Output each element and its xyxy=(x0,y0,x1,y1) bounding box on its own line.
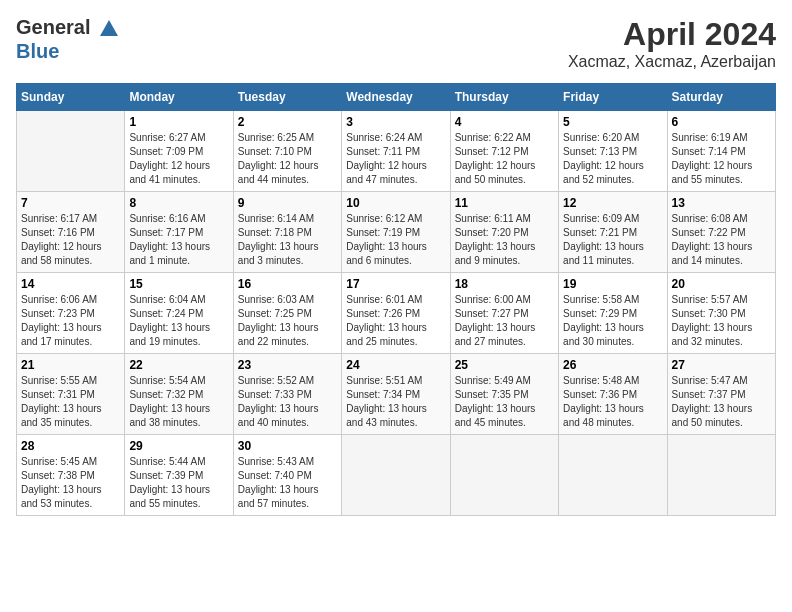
calendar-cell: 17Sunrise: 6:01 AMSunset: 7:26 PMDayligh… xyxy=(342,273,450,354)
calendar-cell: 19Sunrise: 5:58 AMSunset: 7:29 PMDayligh… xyxy=(559,273,667,354)
day-number: 27 xyxy=(672,358,771,372)
day-info: Sunrise: 6:16 AMSunset: 7:17 PMDaylight:… xyxy=(129,212,228,268)
calendar-cell: 4Sunrise: 6:22 AMSunset: 7:12 PMDaylight… xyxy=(450,111,558,192)
day-info: Sunrise: 5:57 AMSunset: 7:30 PMDaylight:… xyxy=(672,293,771,349)
calendar-cell: 23Sunrise: 5:52 AMSunset: 7:33 PMDayligh… xyxy=(233,354,341,435)
calendar-cell: 21Sunrise: 5:55 AMSunset: 7:31 PMDayligh… xyxy=(17,354,125,435)
day-info: Sunrise: 6:27 AMSunset: 7:09 PMDaylight:… xyxy=(129,131,228,187)
calendar-cell: 12Sunrise: 6:09 AMSunset: 7:21 PMDayligh… xyxy=(559,192,667,273)
calendar-cell: 3Sunrise: 6:24 AMSunset: 7:11 PMDaylight… xyxy=(342,111,450,192)
day-number: 21 xyxy=(21,358,120,372)
day-number: 7 xyxy=(21,196,120,210)
calendar-week-row: 28Sunrise: 5:45 AMSunset: 7:38 PMDayligh… xyxy=(17,435,776,516)
calendar-cell xyxy=(667,435,775,516)
day-number: 9 xyxy=(238,196,337,210)
day-info: Sunrise: 6:12 AMSunset: 7:19 PMDaylight:… xyxy=(346,212,445,268)
calendar-cell: 24Sunrise: 5:51 AMSunset: 7:34 PMDayligh… xyxy=(342,354,450,435)
day-info: Sunrise: 6:00 AMSunset: 7:27 PMDaylight:… xyxy=(455,293,554,349)
day-number: 17 xyxy=(346,277,445,291)
day-info: Sunrise: 6:25 AMSunset: 7:10 PMDaylight:… xyxy=(238,131,337,187)
calendar-week-row: 1Sunrise: 6:27 AMSunset: 7:09 PMDaylight… xyxy=(17,111,776,192)
day-number: 20 xyxy=(672,277,771,291)
day-number: 22 xyxy=(129,358,228,372)
day-number: 15 xyxy=(129,277,228,291)
day-info: Sunrise: 5:49 AMSunset: 7:35 PMDaylight:… xyxy=(455,374,554,430)
calendar-cell xyxy=(450,435,558,516)
weekday-header: Tuesday xyxy=(233,84,341,111)
day-info: Sunrise: 6:04 AMSunset: 7:24 PMDaylight:… xyxy=(129,293,228,349)
day-number: 30 xyxy=(238,439,337,453)
day-number: 24 xyxy=(346,358,445,372)
day-number: 10 xyxy=(346,196,445,210)
day-info: Sunrise: 5:45 AMSunset: 7:38 PMDaylight:… xyxy=(21,455,120,511)
calendar-cell: 30Sunrise: 5:43 AMSunset: 7:40 PMDayligh… xyxy=(233,435,341,516)
day-number: 2 xyxy=(238,115,337,129)
day-number: 8 xyxy=(129,196,228,210)
calendar-cell: 16Sunrise: 6:03 AMSunset: 7:25 PMDayligh… xyxy=(233,273,341,354)
day-number: 11 xyxy=(455,196,554,210)
day-info: Sunrise: 5:55 AMSunset: 7:31 PMDaylight:… xyxy=(21,374,120,430)
day-number: 13 xyxy=(672,196,771,210)
calendar-table: SundayMondayTuesdayWednesdayThursdayFrid… xyxy=(16,83,776,516)
day-info: Sunrise: 6:20 AMSunset: 7:13 PMDaylight:… xyxy=(563,131,662,187)
day-number: 28 xyxy=(21,439,120,453)
weekday-header: Thursday xyxy=(450,84,558,111)
day-info: Sunrise: 5:58 AMSunset: 7:29 PMDaylight:… xyxy=(563,293,662,349)
calendar-cell: 2Sunrise: 6:25 AMSunset: 7:10 PMDaylight… xyxy=(233,111,341,192)
day-number: 23 xyxy=(238,358,337,372)
calendar-cell: 22Sunrise: 5:54 AMSunset: 7:32 PMDayligh… xyxy=(125,354,233,435)
calendar-cell: 28Sunrise: 5:45 AMSunset: 7:38 PMDayligh… xyxy=(17,435,125,516)
calendar-cell: 9Sunrise: 6:14 AMSunset: 7:18 PMDaylight… xyxy=(233,192,341,273)
logo: General Blue xyxy=(16,16,120,62)
day-info: Sunrise: 6:06 AMSunset: 7:23 PMDaylight:… xyxy=(21,293,120,349)
day-info: Sunrise: 5:48 AMSunset: 7:36 PMDaylight:… xyxy=(563,374,662,430)
logo-blue: Blue xyxy=(16,40,120,62)
calendar-cell: 26Sunrise: 5:48 AMSunset: 7:36 PMDayligh… xyxy=(559,354,667,435)
day-number: 18 xyxy=(455,277,554,291)
weekday-header: Monday xyxy=(125,84,233,111)
calendar-cell: 8Sunrise: 6:16 AMSunset: 7:17 PMDaylight… xyxy=(125,192,233,273)
calendar-cell xyxy=(559,435,667,516)
day-number: 3 xyxy=(346,115,445,129)
calendar-cell xyxy=(342,435,450,516)
calendar-cell: 29Sunrise: 5:44 AMSunset: 7:39 PMDayligh… xyxy=(125,435,233,516)
calendar-cell: 20Sunrise: 5:57 AMSunset: 7:30 PMDayligh… xyxy=(667,273,775,354)
day-info: Sunrise: 5:54 AMSunset: 7:32 PMDaylight:… xyxy=(129,374,228,430)
page-header: General Blue April 2024 Xacmaz, Xacmaz, … xyxy=(16,16,776,71)
calendar-cell: 13Sunrise: 6:08 AMSunset: 7:22 PMDayligh… xyxy=(667,192,775,273)
day-number: 14 xyxy=(21,277,120,291)
calendar-cell: 7Sunrise: 6:17 AMSunset: 7:16 PMDaylight… xyxy=(17,192,125,273)
day-info: Sunrise: 6:22 AMSunset: 7:12 PMDaylight:… xyxy=(455,131,554,187)
calendar-title: April 2024 xyxy=(568,16,776,53)
logo-general: General xyxy=(16,16,90,38)
calendar-week-row: 21Sunrise: 5:55 AMSunset: 7:31 PMDayligh… xyxy=(17,354,776,435)
day-info: Sunrise: 6:11 AMSunset: 7:20 PMDaylight:… xyxy=(455,212,554,268)
day-info: Sunrise: 6:01 AMSunset: 7:26 PMDaylight:… xyxy=(346,293,445,349)
day-number: 25 xyxy=(455,358,554,372)
weekday-header-row: SundayMondayTuesdayWednesdayThursdayFrid… xyxy=(17,84,776,111)
day-info: Sunrise: 6:14 AMSunset: 7:18 PMDaylight:… xyxy=(238,212,337,268)
logo-icon xyxy=(98,18,120,40)
calendar-cell: 25Sunrise: 5:49 AMSunset: 7:35 PMDayligh… xyxy=(450,354,558,435)
calendar-cell: 18Sunrise: 6:00 AMSunset: 7:27 PMDayligh… xyxy=(450,273,558,354)
weekday-header: Saturday xyxy=(667,84,775,111)
calendar-cell: 14Sunrise: 6:06 AMSunset: 7:23 PMDayligh… xyxy=(17,273,125,354)
calendar-week-row: 7Sunrise: 6:17 AMSunset: 7:16 PMDaylight… xyxy=(17,192,776,273)
weekday-header: Sunday xyxy=(17,84,125,111)
day-info: Sunrise: 6:03 AMSunset: 7:25 PMDaylight:… xyxy=(238,293,337,349)
day-number: 5 xyxy=(563,115,662,129)
calendar-cell: 15Sunrise: 6:04 AMSunset: 7:24 PMDayligh… xyxy=(125,273,233,354)
calendar-cell: 27Sunrise: 5:47 AMSunset: 7:37 PMDayligh… xyxy=(667,354,775,435)
day-info: Sunrise: 6:17 AMSunset: 7:16 PMDaylight:… xyxy=(21,212,120,268)
day-number: 19 xyxy=(563,277,662,291)
calendar-cell: 5Sunrise: 6:20 AMSunset: 7:13 PMDaylight… xyxy=(559,111,667,192)
calendar-subtitle: Xacmaz, Xacmaz, Azerbaijan xyxy=(568,53,776,71)
day-number: 26 xyxy=(563,358,662,372)
day-info: Sunrise: 5:47 AMSunset: 7:37 PMDaylight:… xyxy=(672,374,771,430)
day-number: 12 xyxy=(563,196,662,210)
day-info: Sunrise: 6:09 AMSunset: 7:21 PMDaylight:… xyxy=(563,212,662,268)
calendar-cell xyxy=(17,111,125,192)
calendar-cell: 11Sunrise: 6:11 AMSunset: 7:20 PMDayligh… xyxy=(450,192,558,273)
day-number: 4 xyxy=(455,115,554,129)
svg-marker-0 xyxy=(100,20,118,36)
